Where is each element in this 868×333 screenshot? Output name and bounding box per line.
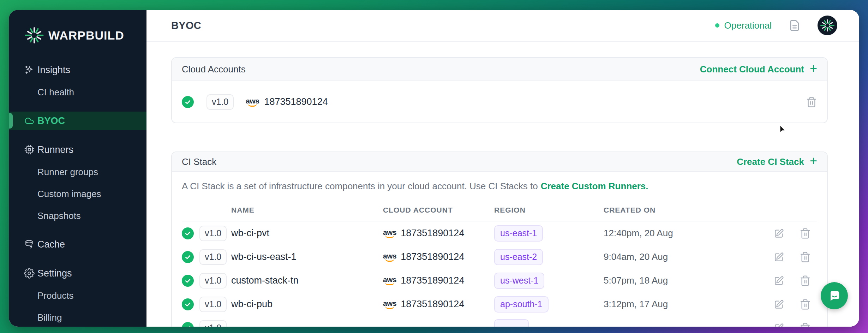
aws-logo-icon: aws: [246, 97, 259, 107]
cloud-accounts-header: Cloud Accounts Connect Cloud Account +: [172, 58, 827, 81]
stack-cloud-account: aws 187351890124: [383, 299, 494, 310]
row-actions: [773, 322, 817, 327]
stack-created-on: 3:12pm, 17 Aug: [604, 299, 773, 310]
brand-name: WARPBUILD: [48, 29, 124, 42]
sidebar-item[interactable]: Custom images: [9, 185, 146, 203]
edit-stack-button[interactable]: [773, 251, 785, 263]
docs-icon[interactable]: [788, 19, 801, 32]
ci-stack-description: A CI Stack is a set of infrastructure co…: [182, 180, 817, 192]
stack-cloud-account: aws: [383, 323, 494, 327]
sidebar-item-label: BYOC: [37, 115, 65, 126]
brand: WARPBUILD: [9, 10, 146, 45]
version-badge: v1.0: [199, 226, 227, 241]
column-header-created-on: CREATED ON: [604, 206, 773, 214]
region-badge: us-east-1: [494, 225, 543, 242]
delete-stack-button[interactable]: [800, 228, 811, 239]
row-actions: [773, 275, 817, 286]
topbar: BYOC Operational: [146, 10, 859, 42]
sidebar-item-label: Billing: [37, 312, 62, 323]
cpu-icon: [24, 144, 35, 155]
sidebar-item[interactable]: BYOC: [9, 112, 146, 130]
version-badge: v1.0: [206, 94, 234, 110]
status-label: Operational: [724, 20, 772, 31]
ci-stack-table-row: v1.0 custom-stack-tn aws 187351890124 us…: [182, 269, 817, 292]
sidebar: WARPBUILD Insights CI health: [9, 10, 146, 327]
sidebar-item[interactable]: Insights: [9, 61, 146, 79]
check-circle-icon: [182, 275, 194, 287]
region-badge: [494, 319, 529, 327]
sidebar-item[interactable]: Cache: [9, 235, 146, 254]
sidebar-item[interactable]: Runner groups: [9, 163, 146, 181]
stack-name: wb-ci-us-east-1: [231, 251, 383, 262]
status-dot-icon: [715, 23, 719, 28]
sidebar-item-label: Insights: [37, 65, 70, 76]
check-circle-icon: [182, 96, 194, 108]
sidebar-item[interactable]: CI health: [9, 83, 146, 101]
stack-name: wb-ci-pvt: [231, 228, 383, 239]
check-circle-icon: [182, 227, 194, 239]
ci-stack-title: CI Stack: [182, 156, 216, 167]
cloud-account-row: v1.0 aws 187351890124: [172, 81, 827, 123]
gear-icon: [24, 268, 35, 279]
main-area: BYOC Operational: [146, 10, 859, 327]
cloud-icon: [24, 115, 35, 126]
sidebar-item-label: Runners: [37, 144, 73, 155]
create-custom-runners-link[interactable]: Create Custom Runners.: [541, 181, 648, 191]
warpbuild-logo-icon: [24, 25, 44, 45]
status-operational[interactable]: Operational: [715, 20, 772, 31]
ci-stack-table-row: v1.0 aws: [182, 316, 817, 327]
sidebar-item-label: Snapshots: [37, 210, 81, 221]
edit-stack-button[interactable]: [773, 228, 785, 239]
version-badge: v1.0: [199, 273, 227, 289]
edit-stack-button[interactable]: [773, 275, 785, 286]
connect-cloud-account-button[interactable]: Connect Cloud Account +: [700, 62, 817, 76]
version-badge: v1.0: [199, 297, 227, 312]
avatar[interactable]: [818, 16, 837, 35]
app-window: WARPBUILD Insights CI health: [9, 10, 859, 327]
row-actions: [773, 299, 817, 310]
sidebar-item[interactable]: Runners: [9, 141, 146, 159]
aws-logo-icon: aws: [383, 252, 396, 262]
delete-account-button[interactable]: [806, 96, 817, 108]
region-badge: us-east-2: [494, 249, 543, 265]
region-badge: us-west-1: [494, 273, 544, 289]
stack-name: wb-ci-pub: [231, 299, 383, 310]
create-ci-stack-button[interactable]: Create CI Stack +: [737, 155, 817, 169]
check-circle-icon: [182, 251, 194, 263]
region-badge: ap-south-1: [494, 296, 549, 313]
chat-widget-button[interactable]: [821, 282, 848, 309]
stack-cloud-account: aws 187351890124: [383, 228, 494, 239]
plus-icon: +: [810, 155, 817, 169]
delete-stack-button[interactable]: [800, 275, 811, 286]
edit-stack-button[interactable]: [773, 299, 785, 310]
delete-stack-button[interactable]: [800, 251, 811, 263]
sidebar-item[interactable]: Settings: [9, 264, 146, 283]
ci-stack-table-row: v1.0 wb-ci-pvt aws 187351890124 us-east-…: [182, 221, 817, 245]
stack-cloud-account: aws 187351890124: [383, 275, 494, 286]
column-header-name: NAME: [231, 206, 383, 214]
page-title: BYOC: [171, 20, 201, 31]
sidebar-item-label: Cache: [37, 239, 65, 250]
stack-created-on: 9:04am, 20 Aug: [604, 251, 773, 262]
sidebar-item[interactable]: Billing: [9, 309, 146, 326]
delete-stack-button[interactable]: [800, 322, 811, 327]
sidebar-item-label: CI health: [37, 87, 74, 98]
table-header-row: NAME CLOUD ACCOUNT REGION CREATED ON: [182, 200, 817, 221]
sidebar-nav: Insights CI health BYOC Runners: [9, 58, 146, 326]
sidebar-item[interactable]: Snapshots: [9, 207, 146, 225]
aws-logo-icon: aws: [383, 228, 396, 238]
version-badge: v1.0: [199, 249, 227, 265]
sidebar-item-label: Custom images: [37, 189, 101, 200]
ci-stack-body: A CI Stack is a set of infrastructure co…: [172, 172, 827, 327]
column-header-region: REGION: [494, 206, 604, 214]
edit-stack-button[interactable]: [773, 322, 785, 327]
sidebar-item[interactable]: Products: [9, 287, 146, 304]
version-badge: v1.0: [199, 320, 227, 327]
cloud-accounts-title: Cloud Accounts: [182, 64, 246, 75]
delete-stack-button[interactable]: [800, 299, 811, 310]
stack-name: custom-stack-tn: [231, 275, 383, 286]
stack-created-on: 12:40pm, 20 Aug: [604, 228, 773, 239]
database-icon: [24, 239, 35, 250]
cloud-accounts-card: Cloud Accounts Connect Cloud Account + v…: [171, 57, 828, 123]
check-circle-icon: [182, 298, 194, 310]
